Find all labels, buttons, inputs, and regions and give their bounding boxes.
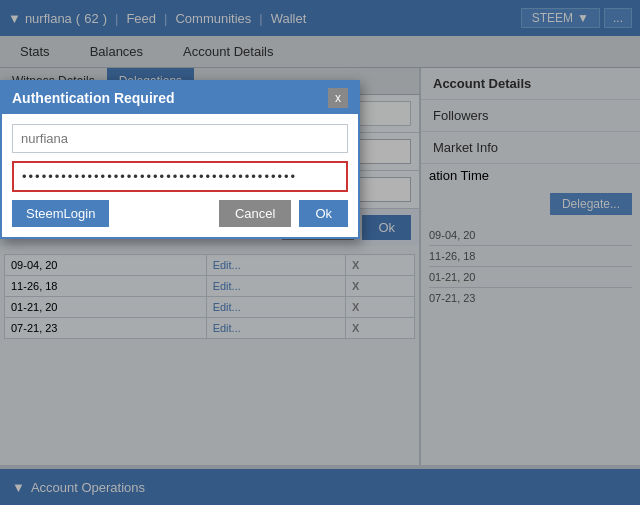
modal-cancel-button[interactable]: Cancel [219, 200, 291, 227]
modal-overlay: Authentication Required x SteemLogin Can… [0, 0, 640, 505]
modal-password-input[interactable] [12, 161, 348, 192]
modal-action-buttons: Cancel Ok [219, 200, 348, 227]
modal-title: Authentication Required [12, 90, 175, 106]
modal-buttons: SteemLogin Cancel Ok [12, 200, 348, 227]
modal-header: Authentication Required x [2, 82, 358, 114]
modal-username-input[interactable] [12, 124, 348, 153]
modal-body: SteemLogin Cancel Ok [2, 114, 358, 237]
auth-modal: Authentication Required x SteemLogin Can… [0, 80, 360, 239]
modal-ok-button[interactable]: Ok [299, 200, 348, 227]
modal-close-button[interactable]: x [328, 88, 348, 108]
steemlogin-button[interactable]: SteemLogin [12, 200, 109, 227]
